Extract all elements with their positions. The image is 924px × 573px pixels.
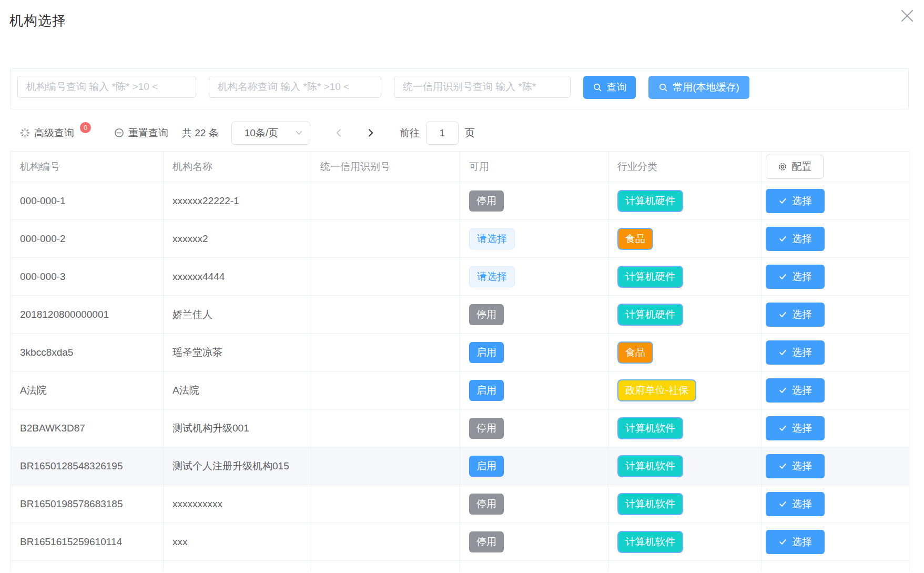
reset-query-button[interactable]: 重置查询 bbox=[114, 126, 168, 140]
org-name-cell: xxxxxx22222-1 bbox=[164, 182, 311, 220]
table-row: 2018120800000001 娇兰佳人 停用 计算机硬件 选择 bbox=[11, 296, 909, 334]
industry-tag[interactable]: 计算机软件 bbox=[617, 531, 683, 553]
industry-tag[interactable]: 食品 bbox=[617, 341, 653, 364]
credit-id-cell bbox=[311, 296, 460, 334]
industry-tag[interactable]: 计算机硬件 bbox=[617, 266, 683, 288]
table-row: 000-000-3 xxxxxx4444 请选择 计算机硬件 选择 bbox=[11, 258, 909, 296]
check-icon bbox=[778, 386, 787, 395]
config-button-label: 配置 bbox=[792, 160, 812, 174]
next-page-button[interactable] bbox=[364, 125, 378, 141]
common-cache-button[interactable]: 常用(本地缓存) bbox=[648, 76, 749, 99]
select-button[interactable]: 选择 bbox=[766, 189, 825, 213]
credit-id-cell bbox=[311, 447, 460, 485]
select-button[interactable]: 选择 bbox=[766, 416, 825, 440]
search-icon bbox=[593, 83, 602, 92]
industry-tag[interactable]: 计算机软件 bbox=[617, 417, 683, 439]
table-row: 3kbcc8xda5 瑶圣堂凉茶 启用 食品 选择 bbox=[11, 334, 909, 371]
org-table: 机构编号 机构名称 统一信用识别号 可用 行业分类 配置 000-000 bbox=[11, 151, 909, 571]
select-button-label: 选择 bbox=[792, 459, 812, 473]
status-badge[interactable]: 请选择 bbox=[469, 266, 515, 287]
status-badge[interactable]: 停用 bbox=[469, 304, 504, 325]
org-name-input[interactable] bbox=[209, 76, 381, 98]
goto-page-suffix: 页 bbox=[465, 126, 475, 140]
circle-minus-icon bbox=[114, 128, 124, 138]
chevron-down-icon bbox=[295, 129, 303, 137]
industry-tag[interactable]: 政府单位-社保 bbox=[617, 379, 696, 401]
select-button-label: 选择 bbox=[792, 346, 812, 359]
credit-id-cell bbox=[311, 371, 460, 409]
chevron-right-icon bbox=[366, 128, 375, 137]
close-button[interactable] bbox=[898, 6, 917, 25]
status-badge[interactable]: 启用 bbox=[469, 380, 504, 401]
industry-tag[interactable]: 计算机硬件 bbox=[617, 190, 683, 212]
prev-page-button[interactable] bbox=[332, 125, 346, 141]
org-code-cell: 000-000-3 bbox=[11, 258, 164, 296]
check-icon bbox=[778, 537, 787, 546]
org-name-cell: 娇兰佳人 bbox=[164, 296, 311, 334]
org-name-cell: 测试机构升级001 bbox=[164, 409, 311, 447]
industry-tag[interactable]: 计算机硬件 bbox=[617, 304, 683, 326]
select-button-label: 选择 bbox=[792, 535, 812, 549]
select-button[interactable]: 选择 bbox=[766, 454, 825, 478]
status-badge[interactable]: 停用 bbox=[469, 494, 504, 515]
select-button[interactable]: 选择 bbox=[766, 530, 825, 554]
industry-tag[interactable]: 食品 bbox=[617, 228, 653, 250]
status-badge[interactable]: 启用 bbox=[469, 456, 504, 477]
check-icon bbox=[778, 424, 787, 433]
check-icon bbox=[778, 196, 787, 205]
loading-icon bbox=[20, 128, 30, 138]
org-name-cell: 测试个人注册升级机构015 bbox=[164, 447, 311, 485]
select-button-label: 选择 bbox=[792, 421, 812, 435]
org-code-cell: B2BAWK3D87 bbox=[11, 409, 164, 447]
table-header-row: 机构编号 机构名称 统一信用识别号 可用 行业分类 配置 bbox=[11, 152, 909, 182]
header-available: 可用 bbox=[460, 152, 608, 182]
toolbar: 高级查询 0 重置查询 共 22 条 10条/页 前往 bbox=[11, 115, 909, 151]
query-button[interactable]: 查询 bbox=[583, 76, 636, 99]
page-size-select[interactable]: 10条/页 bbox=[231, 122, 310, 145]
status-badge[interactable]: 停用 bbox=[469, 418, 504, 439]
select-button-label: 选择 bbox=[792, 270, 812, 284]
credit-id-input[interactable] bbox=[394, 76, 571, 98]
status-badge[interactable]: 停用 bbox=[469, 531, 504, 552]
status-badge[interactable]: 停用 bbox=[469, 190, 504, 212]
select-button[interactable]: 选择 bbox=[766, 303, 825, 327]
header-org-name: 机构名称 bbox=[164, 152, 311, 182]
org-code-cell: 3kbcc8xda5 bbox=[11, 334, 164, 371]
org-code-cell: 000-000-1 bbox=[11, 182, 164, 220]
org-code-input[interactable] bbox=[17, 76, 196, 98]
header-credit-id: 统一信用识别号 bbox=[311, 152, 460, 182]
org-name-cell: xxxxxx2 bbox=[164, 220, 311, 258]
page-title: 机构选择 bbox=[9, 12, 66, 30]
industry-tag[interactable]: 计算机软件 bbox=[617, 455, 683, 477]
credit-id-cell bbox=[311, 258, 460, 296]
goto-page-input[interactable] bbox=[426, 122, 459, 145]
advanced-query-badge: 0 bbox=[80, 122, 91, 133]
org-code-cell: 000-000-2 bbox=[11, 220, 164, 258]
config-button[interactable]: 配置 bbox=[766, 155, 824, 179]
goto-page-prefix: 前往 bbox=[400, 126, 420, 140]
close-icon bbox=[899, 7, 916, 24]
select-button[interactable]: 选择 bbox=[766, 227, 825, 251]
select-button-label: 选择 bbox=[792, 194, 812, 208]
select-button[interactable]: 选择 bbox=[766, 378, 825, 403]
total-count: 共 22 条 bbox=[182, 126, 219, 140]
header-industry: 行业分类 bbox=[608, 152, 761, 182]
check-icon bbox=[778, 461, 787, 470]
select-button[interactable]: 选择 bbox=[766, 492, 825, 516]
select-button-label: 选择 bbox=[792, 232, 812, 246]
select-button[interactable]: 选择 bbox=[766, 340, 825, 365]
industry-tag[interactable]: 计算机软件 bbox=[617, 493, 683, 515]
credit-id-cell bbox=[311, 334, 460, 371]
table-row: BR1650198578683185 xxxxxxxxxx 停用 计算机软件 选… bbox=[11, 485, 909, 523]
advanced-query-button[interactable]: 高级查询 0 bbox=[20, 126, 91, 140]
check-icon bbox=[778, 272, 787, 281]
status-badge[interactable]: 启用 bbox=[469, 342, 504, 363]
select-button[interactable]: 选择 bbox=[766, 265, 825, 289]
org-name-cell: 瑶圣堂凉茶 bbox=[164, 334, 311, 371]
table-row: BR1651615259610114 xxx 停用 计算机软件 选择 bbox=[11, 523, 909, 561]
org-name-cell: xxxxxxxxxx bbox=[164, 485, 311, 523]
check-icon bbox=[778, 348, 787, 357]
check-icon bbox=[778, 234, 787, 243]
status-badge[interactable]: 请选择 bbox=[469, 228, 515, 249]
credit-id-cell bbox=[311, 523, 460, 561]
